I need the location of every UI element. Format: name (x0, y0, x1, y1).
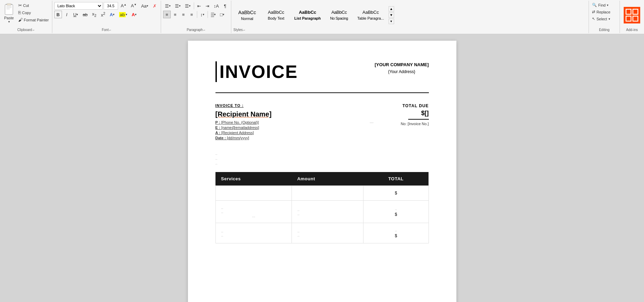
show-para-button[interactable]: ¶ (221, 2, 229, 10)
align-left-button[interactable]: ≡ (163, 11, 171, 18)
clipboard-expander[interactable]: ⌐ (33, 28, 34, 32)
svg-rect-2 (6, 6, 11, 7)
strikethrough-button[interactable]: ab (81, 11, 89, 18)
svg-rect-11 (633, 10, 637, 14)
company-address: {Your Address} (375, 69, 429, 75)
date-value: [dd/mm/yyyy] (227, 136, 249, 140)
select-button[interactable]: ↖ Select ▾ (591, 16, 617, 22)
style-body-preview: AaBbCc (268, 10, 284, 15)
subscript-button[interactable]: x2 (91, 11, 98, 18)
subscript-icon: x2 (92, 11, 97, 18)
row1-services (215, 186, 292, 201)
style-table-label: Table Paragra... (357, 16, 384, 20)
invoice-body: INVOICE TO : [Recipient Name] P : [Phone… (215, 103, 429, 141)
align-left-icon: ≡ (166, 12, 168, 17)
increase-indent-button[interactable]: ⇥ (204, 2, 211, 10)
styles-expand[interactable]: ▾ (389, 19, 394, 24)
font-expander[interactable]: ⌐ (109, 28, 111, 32)
font-shrink-button[interactable]: A▼ (129, 2, 138, 10)
font-group-content: Lato Black A▲ A▼ Aa▾ ✗ B I U▾ ab x2 x2 A… (54, 2, 159, 18)
borders-button[interactable]: □▾ (218, 11, 226, 18)
company-name: [YOUR COMPANY NAME] (375, 61, 429, 69)
editing-group-label: Editing (591, 27, 617, 32)
styles-scroll-down[interactable]: ▼ (389, 12, 394, 18)
row2-amount: .. .. (292, 201, 363, 223)
align-center-button[interactable]: ≡ (171, 11, 179, 18)
format-painter-button[interactable]: 🖌 Format Painter (17, 17, 50, 23)
highlight-button[interactable]: ab▾ (117, 11, 129, 18)
bullets-button[interactable]: ☰▾ (163, 2, 172, 10)
styles-scroll-up[interactable]: ▲ (389, 6, 394, 12)
change-case-button[interactable]: Aa▾ (139, 2, 150, 10)
addins-icon[interactable] (624, 7, 640, 23)
numbering-button[interactable]: ☰▾ (173, 2, 182, 10)
row1-amount (292, 186, 363, 201)
sort-button[interactable]: ↕A (212, 2, 221, 10)
font-color-icon: A (132, 12, 135, 17)
header-divider (215, 92, 429, 93)
sort-icon: ↕A (214, 3, 219, 9)
table-header: Services Amount TOTAL (215, 172, 429, 186)
addins-content (622, 2, 642, 28)
col-amount: Amount (292, 172, 363, 186)
total-due-section: TOTAL DUE $[] No: [Invoice No.] (374, 103, 429, 126)
ribbon: Paste ▾ ✂ Cut ⎘ Copy 🖌 Format Painter (0, 0, 644, 34)
address-line: A : [Recipient Address] (215, 131, 370, 135)
svg-rect-10 (626, 10, 631, 14)
text-effect-button[interactable]: A▾ (108, 11, 116, 18)
email-line: E : [name@emailaddress] (215, 125, 370, 130)
style-normal-preview: AaBbCc (238, 10, 256, 15)
clipboard-right: ✂ Cut ⎘ Copy 🖌 Format Painter (17, 2, 50, 23)
paragraph-expander[interactable]: ⌐ (203, 28, 205, 32)
multilevel-button[interactable]: ☰▾ (183, 2, 192, 10)
para-row2: ≡ ≡ ≡ ≡ ↕▾ ▒▾ □▾ (163, 11, 229, 18)
document-area: INVOICE [YOUR COMPANY NAME] {Your Addres… (0, 34, 644, 302)
style-list-para[interactable]: AaBbCc List Paragraph (291, 4, 324, 26)
address-label: A : (215, 131, 220, 135)
invoice-no: No: [Invoice No.] (374, 122, 429, 126)
style-body-text[interactable]: AaBbCc Body Text (262, 4, 290, 26)
align-right-button[interactable]: ≡ (180, 11, 187, 18)
justify-icon: ≡ (190, 12, 193, 17)
paste-button[interactable]: Paste ▾ (2, 2, 16, 24)
styles-expander[interactable]: ⌐ (243, 28, 245, 32)
shading-button[interactable]: ▒▾ (209, 11, 218, 18)
italic-button[interactable]: I (63, 11, 71, 18)
invoice-header: INVOICE [YOUR COMPANY NAME] {Your Addres… (215, 61, 429, 82)
company-info: [YOUR COMPANY NAME] {Your Address} (375, 61, 429, 75)
style-table-para[interactable]: AaBbCc Table Paragra... (354, 4, 387, 26)
decrease-indent-button[interactable]: ⇤ (196, 2, 203, 10)
cut-button[interactable]: ✂ Cut (17, 2, 50, 9)
para-divider1 (194, 2, 194, 9)
style-normal[interactable]: AaBbCc Normal (233, 4, 261, 26)
font-name-select[interactable]: Lato Black (54, 2, 103, 10)
copy-button[interactable]: ⎘ Copy (17, 9, 50, 16)
table-body: $ .. .. ... .. .. .. $ (215, 186, 429, 243)
total-amount: $[] (374, 110, 429, 117)
svg-rect-5 (7, 3, 11, 6)
font-color-button[interactable]: A▾ (130, 11, 138, 18)
justify-button[interactable]: ≡ (188, 11, 196, 18)
row1-total: $ (363, 186, 429, 201)
bullets-icon: ☰ (165, 3, 169, 9)
bold-button[interactable]: B (54, 11, 62, 18)
font-grow-button[interactable]: A▲ (119, 2, 128, 10)
paragraph-group: ☰▾ ☰▾ ☰▾ ⇤ ⇥ ↕A ¶ ≡ ≡ ≡ ≡ ↕▾ (161, 1, 231, 33)
clear-format-button[interactable]: ✗ (151, 2, 159, 10)
copy-label: Copy (22, 11, 31, 15)
font-size-input[interactable] (104, 2, 118, 10)
row2-services: .. .. ... (215, 201, 292, 223)
font-group: Lato Black A▲ A▼ Aa▾ ✗ B I U▾ ab x2 x2 A… (52, 1, 161, 33)
styles-scroll-buttons: ▲ ▼ ▾ (389, 6, 394, 24)
clipboard-group-content: Paste ▾ ✂ Cut ⎘ Copy 🖌 Format Painter (2, 2, 50, 27)
style-no-spacing[interactable]: AaBbCc No Spacing (325, 4, 353, 26)
find-button[interactable]: 🔍 Find ▾ (591, 2, 617, 8)
date-line: Date : [dd/mm/yyyy] (215, 136, 370, 140)
change-case-icon: Aa (141, 3, 147, 9)
superscript-button[interactable]: x2 (99, 11, 107, 18)
pre-table-dots1: .. (215, 151, 429, 155)
col-total: TOTAL (363, 172, 429, 186)
replace-button[interactable]: ⇄ Replace (591, 9, 617, 15)
underline-button[interactable]: U▾ (72, 11, 80, 18)
line-spacing-button[interactable]: ↕▾ (199, 11, 206, 18)
